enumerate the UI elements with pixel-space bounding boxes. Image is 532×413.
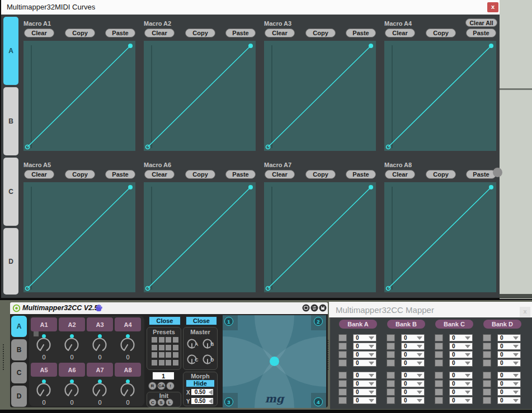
map-toggle[interactable]	[338, 388, 347, 396]
knob-value[interactable]: 0	[115, 354, 141, 360]
preset-slot[interactable]	[159, 360, 164, 365]
curves-tab-b[interactable]: B	[3, 87, 18, 155]
cc-dropdown[interactable]: 0	[497, 351, 521, 358]
morph-x-numbox[interactable]: 0.50	[191, 388, 214, 396]
map-toggle[interactable]	[338, 372, 347, 379]
cc-dropdown[interactable]: 0	[353, 380, 376, 387]
paste-button[interactable]: Paste	[105, 29, 135, 37]
map-toggle[interactable]	[483, 359, 491, 367]
preset-slot[interactable]	[152, 345, 157, 350]
cc-dropdown[interactable]: 0	[401, 359, 425, 367]
map-toggle[interactable]	[387, 372, 395, 379]
knob-a1[interactable]	[35, 336, 52, 353]
map-toggle[interactable]	[387, 397, 395, 404]
numbox-arrow-icon[interactable]	[209, 390, 213, 395]
cc-dropdown[interactable]: 0	[449, 359, 473, 367]
preset-slot[interactable]	[159, 345, 164, 350]
copy-button[interactable]: Copy	[426, 170, 456, 179]
cc-dropdown[interactable]: 0	[353, 359, 376, 367]
cc-dropdown[interactable]: 0	[353, 334, 376, 341]
cc-dropdown[interactable]: 0	[497, 359, 521, 367]
map-toggle[interactable]	[387, 359, 395, 367]
paste-button[interactable]: Paste	[225, 170, 256, 179]
clear-button[interactable]: Clear	[265, 29, 295, 37]
close-left-button[interactable]: Close	[149, 316, 181, 325]
curve-display[interactable]	[264, 182, 376, 292]
map-toggle[interactable]	[338, 351, 347, 358]
knob-value[interactable]: 0	[87, 399, 113, 406]
preset-slot[interactable]	[159, 352, 164, 358]
init-button-s[interactable]: S	[157, 398, 165, 406]
knob-a6[interactable]	[63, 382, 80, 398]
preset-slot[interactable]	[166, 345, 171, 350]
knob-a5[interactable]	[35, 382, 52, 398]
cc-dropdown[interactable]: 0	[449, 397, 473, 404]
cc-dropdown[interactable]: 0	[353, 388, 376, 396]
map-toggle[interactable]	[387, 334, 395, 341]
map-toggle[interactable]	[435, 351, 443, 358]
knob-value[interactable]: 0	[31, 399, 57, 406]
cc-dropdown[interactable]: 0	[449, 388, 473, 396]
mapper-titlebar[interactable]: Multimapper32CC Mapper x	[329, 302, 532, 317]
map-toggle[interactable]	[483, 372, 491, 379]
init-button-c[interactable]: C	[149, 398, 157, 406]
map-toggle[interactable]	[435, 343, 443, 350]
map-toggle[interactable]	[338, 380, 347, 387]
cc-dropdown[interactable]: 0	[497, 334, 521, 341]
mapper-close-button[interactable]: x	[520, 307, 530, 317]
knob-value[interactable]: 0	[115, 399, 141, 406]
device-tab-b[interactable]: B	[11, 339, 27, 360]
preset-slot[interactable]	[152, 360, 157, 365]
device-tab-c[interactable]: C	[11, 362, 27, 383]
copy-button[interactable]: Copy	[305, 170, 336, 179]
paste-button[interactable]: Paste	[346, 29, 376, 37]
clear-all-button[interactable]: Clear All	[465, 18, 497, 27]
init-button-l[interactable]: L	[166, 398, 173, 406]
cc-dropdown[interactable]: 0	[401, 380, 425, 387]
knob-value[interactable]: 0	[87, 354, 113, 360]
knob-header-a1[interactable]: A1	[31, 317, 57, 331]
cc-dropdown[interactable]: 0	[401, 343, 425, 350]
knob-header-a8[interactable]: A8	[115, 363, 141, 377]
knob-a3[interactable]	[91, 336, 108, 353]
map-toggle[interactable]	[387, 380, 395, 387]
knob-a4[interactable]	[119, 336, 136, 353]
curves-tab-c[interactable]: C	[3, 158, 18, 226]
curve-display[interactable]	[384, 182, 496, 292]
map-toggle[interactable]	[387, 343, 395, 350]
cc-dropdown[interactable]: 0	[353, 372, 376, 379]
preset-button-ca[interactable]: CA	[157, 382, 166, 390]
cc-dropdown[interactable]: 0	[497, 343, 521, 350]
preset-slot[interactable]	[173, 345, 178, 350]
copy-button[interactable]: Copy	[305, 29, 336, 37]
bank-header-a[interactable]: Bank A	[339, 320, 377, 329]
curve-display[interactable]	[23, 182, 135, 292]
map-toggle[interactable]	[483, 388, 491, 396]
map-toggle[interactable]	[338, 397, 347, 404]
curve-display[interactable]	[264, 41, 376, 151]
map-toggle[interactable]	[435, 372, 443, 379]
clear-button[interactable]: Clear	[24, 29, 54, 37]
preset-slot[interactable]	[152, 352, 157, 358]
cc-dropdown[interactable]: 0	[449, 351, 473, 358]
paste-button[interactable]: Paste	[466, 170, 496, 179]
cc-dropdown[interactable]: 0	[449, 372, 473, 379]
bank-header-c[interactable]: Bank C	[435, 320, 473, 329]
cc-dropdown[interactable]: 0	[449, 334, 473, 341]
cc-dropdown[interactable]: 0	[497, 397, 521, 404]
knob-value[interactable]: 0	[59, 354, 85, 360]
preset-slot[interactable]	[166, 337, 171, 343]
map-toggle[interactable]	[338, 359, 347, 367]
knob-header-a5[interactable]: A5	[31, 363, 57, 377]
cc-dropdown[interactable]: 0	[353, 343, 376, 350]
knob-a2[interactable]	[63, 336, 80, 353]
save-icon[interactable]	[319, 304, 327, 312]
clear-button[interactable]: Clear	[144, 170, 175, 179]
preset-slot[interactable]	[173, 360, 178, 365]
knob-value[interactable]: 0	[59, 399, 85, 406]
preset-number-box[interactable]: 1	[152, 372, 175, 380]
copy-button[interactable]: Copy	[185, 29, 215, 37]
clear-button[interactable]: Clear	[265, 170, 295, 179]
knob-header-a3[interactable]: A3	[87, 317, 113, 331]
window-icon[interactable]	[302, 304, 310, 312]
